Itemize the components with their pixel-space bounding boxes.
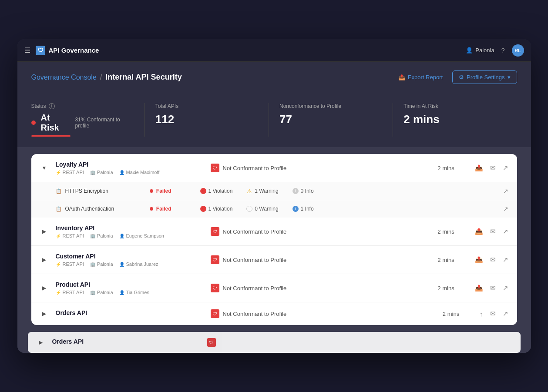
mail-icon-prod[interactable]: ✉ xyxy=(490,284,496,292)
hamburger-menu[interactable]: ☰ xyxy=(24,46,30,54)
breadcrumb-row: Governance Console / Internal API Securi… xyxy=(31,70,517,84)
product-api-info: Product API ⚡ REST API 🏢 Palonia xyxy=(56,281,204,295)
oauth-violation-count: ! 1 Violation xyxy=(200,206,233,212)
product-status: Not Conformant to Profile xyxy=(223,285,287,291)
customer-time: 2 mins xyxy=(424,257,468,263)
sub-row-https: 📋 HTTPS Encryption Failed ! 1 Violation xyxy=(31,182,517,200)
https-status: Failed xyxy=(150,188,193,194)
stat-time-at-risk: Time in At Risk 2 mins xyxy=(393,103,517,137)
https-info-count: i 0 Info xyxy=(292,188,314,194)
stat-status-label: Status i xyxy=(31,103,134,109)
external-link-cust[interactable]: ↗ xyxy=(503,256,508,264)
expand-inventory-button[interactable]: ▶ xyxy=(40,227,49,236)
warning-icon-outline: ⚠ xyxy=(246,206,252,212)
api-list-card: ▼ Loyalty API ⚡ REST API 🏢 Palonia xyxy=(31,154,517,325)
bottom-partial-info: Orders API xyxy=(52,338,200,347)
conformant-text: 31% Conformant to profile xyxy=(75,117,134,129)
shield-red-prod: 🛡 xyxy=(211,284,219,292)
bottom-partial-row: ▶ Orders API 🛡 xyxy=(28,332,521,353)
expand-bottom-button[interactable]: ▶ xyxy=(37,338,45,347)
oauth-info-count: i 1 Info xyxy=(292,206,314,212)
expand-customer-button[interactable]: ▶ xyxy=(40,255,49,264)
orders-time: 2 mins xyxy=(429,311,473,317)
inventory-status-cell: 🛡 Not Conformant to Profile xyxy=(211,227,417,236)
customer-api-info: Customer API ⚡ REST API 🏢 Palonia xyxy=(56,253,204,267)
customer-owner: 👤 Sabrina Juarez xyxy=(119,261,158,267)
profile-settings-button[interactable]: ⚙ Profile Settings ▾ xyxy=(452,70,517,84)
external-link-inv[interactable]: ↗ xyxy=(503,228,508,235)
inventory-status: Not Conformant to Profile xyxy=(223,228,287,235)
oauth-external-link[interactable]: ↗ xyxy=(503,205,508,212)
user-menu[interactable]: 👤 Palonia xyxy=(466,47,494,54)
shield-red-orders: 🛡 xyxy=(211,309,219,318)
header-actions: 📤 Export Report ⚙ Profile Settings ▾ xyxy=(394,70,517,84)
mail-icon-orders[interactable]: ✉ xyxy=(490,310,496,318)
orders-status-cell: 🛡 Not Conformant to Profile xyxy=(211,309,423,318)
stat-status: Status i At Risk 31% Conformant to profi… xyxy=(31,103,145,137)
stats-row: Status i At Risk 31% Conformant to profi… xyxy=(31,94,517,147)
https-warning-count: ⚠ 1 Warning xyxy=(246,188,278,194)
api-type-icon-cust: ⚡ xyxy=(56,262,61,267)
expand-loyalty-button[interactable]: ▼ xyxy=(40,164,49,172)
avatar[interactable]: RL xyxy=(512,44,524,57)
stat-total-apis: Total APIs 112 xyxy=(145,103,269,137)
share-icon-prod[interactable]: 📤 xyxy=(475,284,483,292)
expand-orders-button[interactable]: ▶ xyxy=(40,309,49,318)
customer-api-name: Customer API xyxy=(56,253,204,260)
external-link-prod[interactable]: ↗ xyxy=(503,284,508,292)
https-external-link[interactable]: ↗ xyxy=(503,188,508,194)
profile-settings-label: Profile Settings xyxy=(467,74,504,80)
loyalty-org: 🏢 Palonia xyxy=(90,170,113,175)
settings-icon: ⚙ xyxy=(459,74,464,80)
breadcrumb-parent[interactable]: Governance Console xyxy=(31,74,97,81)
topnav-right: 👤 Palonia ? RL xyxy=(466,44,524,57)
owner-icon: 👤 xyxy=(119,170,124,175)
export-report-button[interactable]: 📤 Export Report xyxy=(394,71,447,83)
api-row-product: ▶ Product API ⚡ REST API 🏢 Palonia xyxy=(31,274,517,302)
share-icon[interactable]: 📤 xyxy=(475,164,483,172)
help-button[interactable]: ? xyxy=(501,47,505,54)
stat-total-apis-label: Total APIs xyxy=(155,103,258,109)
oauth-status: Failed xyxy=(150,206,193,212)
mail-icon[interactable]: ✉ xyxy=(490,164,496,172)
sub-row-oauth: 📋 OAuth Authentication Failed ! 1 Violat… xyxy=(31,200,517,218)
customer-type: ⚡ REST API xyxy=(56,261,84,267)
loyalty-sub-rows: 📋 HTTPS Encryption Failed ! 1 Violation xyxy=(31,182,517,218)
api-row-customer: ▶ Customer API ⚡ REST API 🏢 Palonia xyxy=(31,246,517,274)
expand-product-button[interactable]: ▶ xyxy=(40,284,49,292)
share-icon-orders[interactable]: ↑ xyxy=(480,310,483,318)
api-type-icon-prod: ⚡ xyxy=(56,290,61,295)
product-time: 2 mins xyxy=(424,285,468,291)
oauth-warning-count: ⚠ 0 Warning xyxy=(246,206,278,212)
username: Palonia xyxy=(475,47,494,54)
mail-icon-cust[interactable]: ✉ xyxy=(490,256,496,264)
external-link-icon[interactable]: ↗ xyxy=(503,164,508,172)
share-icon-cust[interactable]: 📤 xyxy=(475,256,483,264)
warning-icon-yellow: ⚠ xyxy=(246,188,252,194)
rule-icon-oauth: 📋 xyxy=(56,206,62,212)
owner-icon-cust: 👤 xyxy=(119,262,124,267)
product-owner: 👤 Tia Grimes xyxy=(119,290,149,295)
export-label: Export Report xyxy=(408,74,443,80)
inventory-time: 2 mins xyxy=(424,228,468,235)
api-row-loyalty: ▼ Loyalty API ⚡ REST API 🏢 Palonia xyxy=(31,154,517,182)
product-actions: 📤 ✉ ↗ xyxy=(475,284,508,292)
info-icon: i xyxy=(49,103,55,109)
stat-time-at-risk-value: 2 mins xyxy=(403,113,506,126)
inventory-api-info: Inventory API ⚡ REST API 🏢 Palonia xyxy=(56,224,204,238)
api-type-icon-inv: ⚡ xyxy=(56,234,61,238)
breadcrumb-separator: / xyxy=(100,74,102,81)
product-org: 🏢 Palonia xyxy=(90,290,113,295)
customer-status: Not Conformant to Profile xyxy=(223,257,287,263)
loyalty-time: 2 mins xyxy=(424,165,468,171)
mail-icon-inv[interactable]: ✉ xyxy=(490,228,496,235)
org-icon: 🏢 xyxy=(90,170,95,175)
share-icon-inv[interactable]: 📤 xyxy=(475,228,483,235)
inventory-api-name: Inventory API xyxy=(56,224,204,231)
stat-nonconformance-label: Nonconformance to Profile xyxy=(279,103,382,109)
bottom-partial-name: Orders API xyxy=(52,338,200,345)
external-link-orders[interactable]: ↗ xyxy=(503,310,508,318)
owner-icon-inv: 👤 xyxy=(119,234,124,238)
user-icon: 👤 xyxy=(466,47,473,54)
product-type: ⚡ REST API xyxy=(56,290,84,295)
